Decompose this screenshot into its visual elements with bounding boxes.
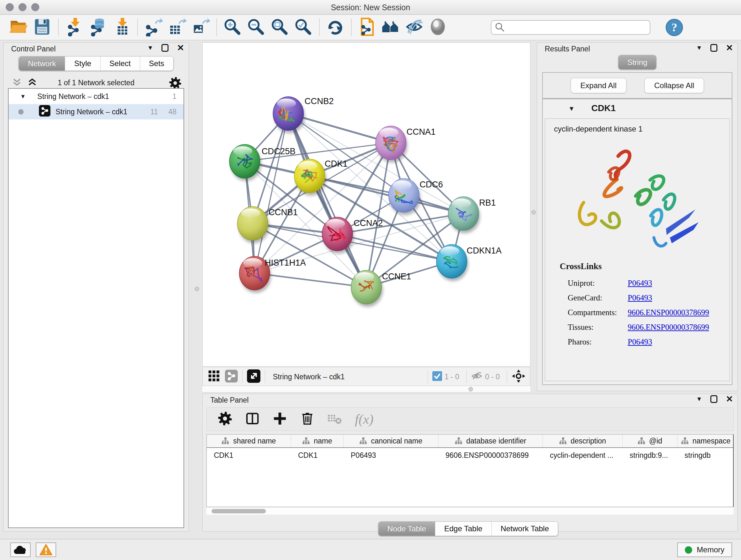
table-row[interactable]: CDK1CDK1P064939606.ENSP00000378699cyclin…: [207, 448, 733, 462]
zoom-selected-button[interactable]: [293, 18, 313, 37]
column-header-@id[interactable]: @id: [623, 435, 677, 447]
network-tree-root-row[interactable]: ▼ String Network – cdk1 1: [9, 89, 184, 104]
collapse-all-button[interactable]: Collapse All: [644, 78, 704, 93]
hidden-eye-icon[interactable]: [471, 370, 482, 383]
show-columns-button[interactable]: [245, 411, 260, 427]
network-tree-child-row[interactable]: String Network – cdk1 11 48: [9, 104, 184, 119]
zoom-fit-button[interactable]: [270, 18, 289, 37]
panel-menu-icon[interactable]: ▼: [147, 44, 153, 51]
tree-expander-icon[interactable]: ▼: [20, 93, 26, 100]
hide-selected-button[interactable]: [405, 18, 424, 37]
show-graphics-details-button[interactable]: [428, 18, 448, 37]
network-node-RB1[interactable]: RB1: [448, 197, 495, 233]
crosslink-row: Pharos: P06493: [560, 334, 730, 349]
delete-columns-button[interactable]: [300, 411, 315, 427]
cell-@id[interactable]: stringdb:9...: [623, 451, 677, 460]
search-input[interactable]: [506, 23, 650, 32]
export-table-button[interactable]: [167, 18, 186, 37]
splitter-handle[interactable]: [468, 387, 473, 391]
column-header-shared-name[interactable]: shared name: [207, 435, 291, 447]
network-node-CCNB2[interactable]: CCNB2: [273, 97, 334, 133]
table-horizontal-scrollbar[interactable]: [206, 508, 734, 515]
refresh-view-button[interactable]: [326, 18, 345, 37]
panel-close-icon[interactable]: ✕: [177, 44, 184, 52]
import-network-file-button[interactable]: [64, 18, 84, 37]
export-image-button[interactable]: [191, 18, 210, 37]
table-settings-gear-button[interactable]: [218, 411, 232, 427]
tab-select[interactable]: Select: [100, 57, 140, 71]
tab-network[interactable]: Network: [19, 57, 65, 71]
crosslink-link[interactable]: P06493: [628, 294, 652, 302]
network-node-CDK1[interactable]: CDK1: [294, 159, 347, 196]
horizontal-splitter[interactable]: [202, 386, 530, 392]
crosslink-link[interactable]: 9606.ENSP00000378699: [628, 323, 709, 332]
panel-close-icon[interactable]: ✕: [726, 44, 733, 52]
results-panel: Results Panel ▼ ✕ String Expand All Coll…: [537, 43, 738, 391]
fit-selected-crosshair-icon[interactable]: [512, 369, 526, 384]
panel-menu-icon[interactable]: ▼: [696, 395, 702, 402]
tab-network-table[interactable]: Network Table: [492, 522, 558, 536]
selected-checkbox-icon[interactable]: [432, 371, 442, 382]
network-overview-icon[interactable]: [225, 370, 238, 384]
help-icon: ?: [666, 19, 683, 36]
function-builder-button: f(x): [355, 412, 374, 427]
cell-shared-name[interactable]: CDK1: [207, 451, 291, 460]
panel-float-icon[interactable]: [711, 44, 718, 52]
cell-name[interactable]: CDK1: [291, 451, 344, 460]
import-network-file-icon: [64, 17, 84, 38]
cell-database-identifier[interactable]: 9606.ENSP00000378699: [439, 451, 543, 460]
first-neighbors-button[interactable]: [381, 18, 400, 37]
table-header-row: shared namenamecanonical namedatabase id…: [207, 435, 733, 448]
crosslink-label: Pharos:: [568, 337, 628, 347]
column-header-canonical-name[interactable]: canonical name: [344, 435, 439, 447]
column-header-database-identifier[interactable]: database identifier: [439, 435, 543, 447]
cell-canonical-name[interactable]: P06493: [344, 451, 439, 460]
panel-float-icon[interactable]: [161, 44, 169, 52]
network-node-CDKN1A[interactable]: CDKN1A: [436, 245, 502, 281]
import-table-file-button[interactable]: [112, 18, 131, 37]
crosslink-row: Uniprot: P06493: [560, 276, 730, 291]
save-session-button[interactable]: [32, 18, 52, 37]
create-column-button[interactable]: [273, 411, 287, 427]
tab-sets[interactable]: Sets: [140, 57, 173, 71]
export-network-button[interactable]: [144, 18, 163, 37]
node-section-header[interactable]: ▼ CDK1: [543, 99, 732, 118]
detach-view-icon[interactable]: [247, 369, 260, 384]
network-node-HIST1H1A[interactable]: HIST1H1A: [239, 256, 306, 293]
column-header-name[interactable]: name: [291, 435, 344, 447]
tab-string[interactable]: String: [618, 55, 657, 69]
column-header-namespace[interactable]: namespace: [677, 435, 734, 447]
first-neighbors-icon: [381, 17, 400, 38]
grid-view-icon[interactable]: [208, 370, 220, 384]
tab-style[interactable]: Style: [65, 57, 100, 71]
scrollbar-thumb[interactable]: [212, 509, 266, 513]
right-splitter-handle[interactable]: [531, 210, 536, 214]
crosslink-link[interactable]: 9606.ENSP00000378699: [628, 308, 709, 317]
tab-edge-table[interactable]: Edge Table: [435, 522, 492, 536]
memory-button[interactable]: Memory: [677, 543, 732, 557]
cell-namespace[interactable]: stringdb: [677, 451, 734, 460]
search-box[interactable]: [491, 20, 650, 35]
cell-description[interactable]: cyclin-dependent ...: [543, 451, 623, 460]
section-expander-icon[interactable]: ▼: [568, 105, 575, 112]
open-file-button[interactable]: [9, 18, 28, 37]
panel-float-icon[interactable]: [711, 395, 718, 403]
zoom-in-button[interactable]: [223, 18, 242, 37]
zoom-out-button[interactable]: [246, 18, 266, 37]
crosslink-link[interactable]: P06493: [628, 279, 652, 288]
tab-node-table[interactable]: Node Table: [379, 522, 435, 536]
left-splitter-handle[interactable]: [195, 287, 199, 291]
import-network-database-button[interactable]: [88, 18, 107, 37]
network-canvas[interactable]: CCNB2 CCNA1 CDC25B CDK1 CDC6 RB1 CCNB1 C…: [202, 43, 530, 367]
expand-all-button[interactable]: Expand All: [570, 78, 626, 93]
results-controls-box: Expand All Collapse All: [542, 72, 732, 99]
panel-menu-icon[interactable]: ▼: [696, 44, 702, 51]
panel-close-icon[interactable]: ✕: [726, 395, 733, 403]
warning-status-button[interactable]: [36, 543, 56, 557]
help-button[interactable]: ?: [666, 19, 683, 36]
network-from-selection-button[interactable]: [357, 18, 377, 37]
cloud-status-button[interactable]: [10, 543, 30, 557]
crosslink-link[interactable]: P06493: [628, 337, 652, 347]
results-panel-header: Results Panel ▼ ✕: [537, 43, 738, 55]
column-header-description[interactable]: description: [543, 435, 623, 447]
